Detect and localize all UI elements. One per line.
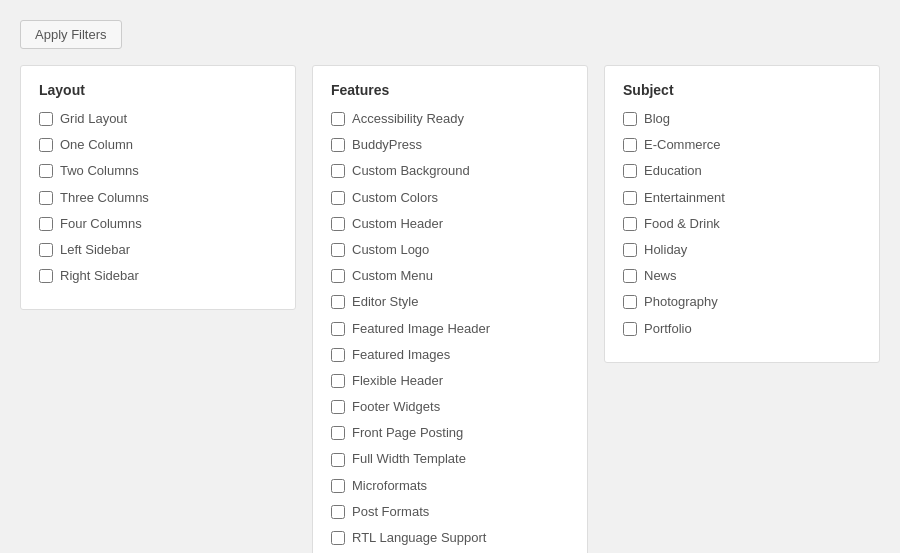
features-label-4[interactable]: Custom Header bbox=[352, 215, 443, 233]
list-item: Editor Style bbox=[331, 293, 569, 311]
subject-label-1[interactable]: E-Commerce bbox=[644, 136, 721, 154]
features-label-0[interactable]: Accessibility Ready bbox=[352, 110, 464, 128]
features-label-9[interactable]: Featured Images bbox=[352, 346, 450, 364]
subject-label-0[interactable]: Blog bbox=[644, 110, 670, 128]
features-label-7[interactable]: Editor Style bbox=[352, 293, 418, 311]
layout-checkbox-0[interactable] bbox=[39, 112, 53, 126]
layout-checkbox-3[interactable] bbox=[39, 191, 53, 205]
features-label-11[interactable]: Footer Widgets bbox=[352, 398, 440, 416]
features-label-12[interactable]: Front Page Posting bbox=[352, 424, 463, 442]
features-checkbox-15[interactable] bbox=[331, 505, 345, 519]
subject-checkbox-8[interactable] bbox=[623, 322, 637, 336]
list-item: Featured Image Header bbox=[331, 320, 569, 338]
features-checkbox-6[interactable] bbox=[331, 269, 345, 283]
features-checkbox-11[interactable] bbox=[331, 400, 345, 414]
list-item: E-Commerce bbox=[623, 136, 861, 154]
subject-checkbox-6[interactable] bbox=[623, 269, 637, 283]
features-title: Features bbox=[331, 82, 569, 98]
subject-checkbox-1[interactable] bbox=[623, 138, 637, 152]
subject-label-7[interactable]: Photography bbox=[644, 293, 718, 311]
list-item: Custom Header bbox=[331, 215, 569, 233]
list-item: Post Formats bbox=[331, 503, 569, 521]
features-checkbox-12[interactable] bbox=[331, 426, 345, 440]
features-checkbox-10[interactable] bbox=[331, 374, 345, 388]
features-checkbox-2[interactable] bbox=[331, 164, 345, 178]
layout-label-5[interactable]: Left Sidebar bbox=[60, 241, 130, 259]
subject-checkbox-4[interactable] bbox=[623, 217, 637, 231]
list-item: News bbox=[623, 267, 861, 285]
layout-label-3[interactable]: Three Columns bbox=[60, 189, 149, 207]
features-checkbox-3[interactable] bbox=[331, 191, 345, 205]
layout-label-6[interactable]: Right Sidebar bbox=[60, 267, 139, 285]
features-panel: Features Accessibility ReadyBuddyPressCu… bbox=[312, 65, 588, 553]
layout-label-0[interactable]: Grid Layout bbox=[60, 110, 127, 128]
features-label-14[interactable]: Microformats bbox=[352, 477, 427, 495]
list-item: Custom Menu bbox=[331, 267, 569, 285]
features-checkbox-1[interactable] bbox=[331, 138, 345, 152]
list-item: Two Columns bbox=[39, 162, 277, 180]
subject-label-3[interactable]: Entertainment bbox=[644, 189, 725, 207]
layout-checkbox-4[interactable] bbox=[39, 217, 53, 231]
subject-items: BlogE-CommerceEducationEntertainmentFood… bbox=[623, 110, 861, 338]
list-item: Grid Layout bbox=[39, 110, 277, 128]
list-item: One Column bbox=[39, 136, 277, 154]
features-checkbox-16[interactable] bbox=[331, 531, 345, 545]
features-checkbox-14[interactable] bbox=[331, 479, 345, 493]
subject-checkbox-5[interactable] bbox=[623, 243, 637, 257]
layout-label-1[interactable]: One Column bbox=[60, 136, 133, 154]
features-checkbox-13[interactable] bbox=[331, 453, 345, 467]
layout-checkbox-2[interactable] bbox=[39, 164, 53, 178]
subject-label-2[interactable]: Education bbox=[644, 162, 702, 180]
subject-label-8[interactable]: Portfolio bbox=[644, 320, 692, 338]
apply-filters-button[interactable]: Apply Filters bbox=[20, 20, 122, 49]
page-wrapper: Apply Filters Layout Grid LayoutOne Colu… bbox=[20, 20, 880, 553]
layout-panel: Layout Grid LayoutOne ColumnTwo ColumnsT… bbox=[20, 65, 296, 310]
features-label-10[interactable]: Flexible Header bbox=[352, 372, 443, 390]
list-item: Portfolio bbox=[623, 320, 861, 338]
subject-panel: Subject BlogE-CommerceEducationEntertain… bbox=[604, 65, 880, 363]
features-label-5[interactable]: Custom Logo bbox=[352, 241, 429, 259]
list-item: Accessibility Ready bbox=[331, 110, 569, 128]
layout-checkbox-5[interactable] bbox=[39, 243, 53, 257]
subject-checkbox-0[interactable] bbox=[623, 112, 637, 126]
features-label-2[interactable]: Custom Background bbox=[352, 162, 470, 180]
subject-checkbox-3[interactable] bbox=[623, 191, 637, 205]
features-items: Accessibility ReadyBuddyPressCustom Back… bbox=[331, 110, 569, 553]
list-item: BuddyPress bbox=[331, 136, 569, 154]
subject-label-4[interactable]: Food & Drink bbox=[644, 215, 720, 233]
features-label-16[interactable]: RTL Language Support bbox=[352, 529, 486, 547]
features-checkbox-0[interactable] bbox=[331, 112, 345, 126]
list-item: Food & Drink bbox=[623, 215, 861, 233]
features-label-8[interactable]: Featured Image Header bbox=[352, 320, 490, 338]
list-item: Featured Images bbox=[331, 346, 569, 364]
features-checkbox-9[interactable] bbox=[331, 348, 345, 362]
features-checkbox-5[interactable] bbox=[331, 243, 345, 257]
layout-label-4[interactable]: Four Columns bbox=[60, 215, 142, 233]
list-item: Education bbox=[623, 162, 861, 180]
list-item: Photography bbox=[623, 293, 861, 311]
list-item: Footer Widgets bbox=[331, 398, 569, 416]
features-label-6[interactable]: Custom Menu bbox=[352, 267, 433, 285]
features-checkbox-8[interactable] bbox=[331, 322, 345, 336]
features-checkbox-7[interactable] bbox=[331, 295, 345, 309]
list-item: Custom Colors bbox=[331, 189, 569, 207]
features-label-15[interactable]: Post Formats bbox=[352, 503, 429, 521]
features-label-1[interactable]: BuddyPress bbox=[352, 136, 422, 154]
features-label-3[interactable]: Custom Colors bbox=[352, 189, 438, 207]
list-item: Blog bbox=[623, 110, 861, 128]
list-item: Full Width Template bbox=[331, 450, 569, 468]
layout-label-2[interactable]: Two Columns bbox=[60, 162, 139, 180]
list-item: Holiday bbox=[623, 241, 861, 259]
layout-checkbox-1[interactable] bbox=[39, 138, 53, 152]
list-item: Flexible Header bbox=[331, 372, 569, 390]
features-label-13[interactable]: Full Width Template bbox=[352, 450, 466, 468]
list-item: Three Columns bbox=[39, 189, 277, 207]
layout-checkbox-6[interactable] bbox=[39, 269, 53, 283]
features-checkbox-4[interactable] bbox=[331, 217, 345, 231]
subject-label-5[interactable]: Holiday bbox=[644, 241, 687, 259]
subject-label-6[interactable]: News bbox=[644, 267, 677, 285]
subject-checkbox-2[interactable] bbox=[623, 164, 637, 178]
subject-checkbox-7[interactable] bbox=[623, 295, 637, 309]
layout-items: Grid LayoutOne ColumnTwo ColumnsThree Co… bbox=[39, 110, 277, 285]
layout-title: Layout bbox=[39, 82, 277, 98]
